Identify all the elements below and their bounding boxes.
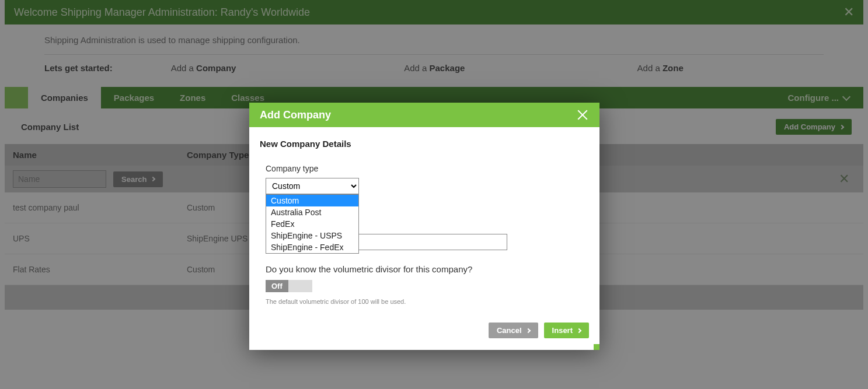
option-fedex[interactable]: FedEx xyxy=(266,218,358,230)
option-custom[interactable]: Custom xyxy=(266,195,358,206)
option-shipengine-usps[interactable]: ShipEngine - USPS xyxy=(266,230,358,241)
insert-button[interactable]: Insert xyxy=(544,323,589,338)
option-shipengine-fedex[interactable]: ShipEngine - FedEx xyxy=(266,241,358,253)
chevron-right-icon xyxy=(577,328,581,332)
chevron-right-icon xyxy=(525,328,530,332)
volumetric-helper: The default volumetric divisor of 100 wi… xyxy=(266,298,589,305)
volumetric-toggle[interactable]: Off xyxy=(266,280,312,292)
add-company-modal: Add Company New Company Details Company … xyxy=(249,103,599,350)
toggle-off-label: Off xyxy=(266,280,288,292)
option-australia-post[interactable]: Australia Post xyxy=(266,206,358,218)
company-type-select[interactable]: Custom xyxy=(266,178,359,194)
company-type-label: Company type xyxy=(266,164,589,173)
volumetric-question: Do you know the volumetric divisor for t… xyxy=(266,264,589,274)
company-type-dropdown: Custom Australia Post FedEx ShipEngine -… xyxy=(266,194,359,254)
resize-handle-icon[interactable] xyxy=(594,344,599,350)
modal-close-icon[interactable] xyxy=(576,108,589,121)
cancel-button[interactable]: Cancel xyxy=(489,323,538,338)
modal-title: Add Company xyxy=(260,109,331,121)
toggle-on-cell xyxy=(288,280,312,292)
modal-subtitle: New Company Details xyxy=(260,139,589,149)
